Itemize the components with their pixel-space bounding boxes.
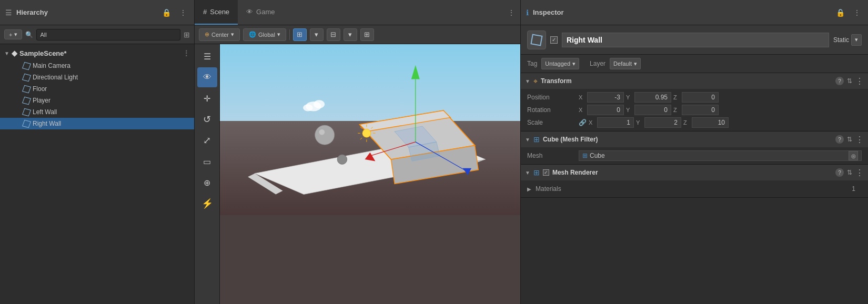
mesh-renderer-help-btn[interactable]: ? (835, 168, 844, 177)
tool-custom[interactable]: ⚡ (197, 194, 217, 214)
tab-scene[interactable]: # Scene (195, 0, 238, 25)
mesh-row: Mesh ⊞ Cube ◎ (521, 149, 868, 162)
mesh-renderer-header[interactable]: ▼ ⊞ ✓ Mesh Renderer ? ⇅ ⋮ (521, 165, 868, 180)
materials-label: Materials (536, 185, 583, 192)
mesh-renderer-adjust-icon: ⇅ (847, 169, 852, 176)
inspector-title: Inspector (533, 8, 830, 16)
gizmo-btn[interactable]: ⊟ (327, 28, 340, 41)
tool-rotate[interactable]: ↺ (197, 109, 217, 129)
scale-y-field[interactable] (644, 117, 681, 128)
search-input[interactable] (36, 29, 180, 40)
hierarchy-title: Hierarchy (16, 8, 156, 16)
mesh-grid-icon: ⊞ (582, 152, 588, 159)
pos-x-field[interactable] (587, 92, 624, 103)
pos-z-field[interactable] (682, 92, 719, 103)
scale-z-field[interactable] (692, 117, 729, 128)
hierarchy-item-floor[interactable]: Floor (0, 83, 194, 95)
rotation-label: Rotation (527, 106, 574, 114)
scene-more-btn[interactable]: ⋮ (508, 8, 520, 17)
rot-x-field[interactable] (587, 105, 624, 115)
cube-icon (22, 85, 31, 93)
grid-arrow-btn[interactable]: ▾ (310, 28, 324, 41)
tab-game[interactable]: 👁 Game (238, 0, 283, 25)
mesh-filter-component: ▼ ⊞ Cube (Mesh Filter) ? ⇅ ⋮ Mesh ⊞ Cube… (521, 131, 868, 165)
svg-point-18 (337, 155, 347, 165)
static-label: Static (833, 36, 849, 44)
inspector-more-btn[interactable]: ⋮ (851, 7, 863, 18)
scene-name: SampleScene* (19, 49, 67, 57)
tab-bar: # Scene 👁 Game (195, 0, 284, 25)
scene-tab-icon: # (203, 8, 207, 16)
mesh-renderer-component: ▼ ⊞ ✓ Mesh Renderer ? ⇅ ⋮ ▶ Materials 1 (521, 165, 868, 198)
mesh-filter-header[interactable]: ▼ ⊞ Cube (Mesh Filter) ? ⇅ ⋮ (521, 131, 868, 147)
center-icon: ⊕ (205, 31, 209, 38)
rot-z-field[interactable] (682, 105, 719, 115)
gizmo-arrow-btn[interactable]: ▾ (344, 28, 357, 41)
position-row: Position X Y Z (521, 91, 868, 104)
mesh-renderer-title: Mesh Renderer (552, 169, 832, 176)
object-enabled-checkbox[interactable]: ✓ (550, 36, 558, 44)
tool-menu[interactable]: ☰ (197, 46, 217, 66)
scene-tools-sidebar: ☰ 👁 ✛ ↺ ⤢ ▭ ⊕ ⚡ (195, 44, 220, 304)
hierarchy-lock-btn[interactable]: 🔒 (160, 7, 173, 18)
mesh-renderer-enabled-checkbox[interactable]: ✓ (543, 169, 549, 176)
mesh-filter-title: Cube (Mesh Filter) (543, 136, 832, 143)
transform-menu-btn[interactable]: ⋮ (855, 76, 864, 86)
global-btn[interactable]: 🌐 Global ▾ (243, 28, 286, 41)
cube-icon (22, 73, 31, 82)
tool-transform[interactable]: ⊕ (197, 173, 217, 192)
transform-expand-arrow: ▼ (525, 78, 530, 84)
tag-dropdown[interactable]: Untagged ▾ (541, 58, 579, 69)
separator (289, 29, 290, 40)
scale-x-field[interactable] (597, 117, 634, 128)
hierarchy-item-directional-light[interactable]: Directional Light (0, 72, 194, 83)
scene-more-btn[interactable]: ⋮ (183, 49, 194, 57)
add-button[interactable]: + ▾ (4, 29, 22, 39)
pos-y-axis: Y (626, 94, 632, 100)
object-name-field[interactable] (562, 33, 829, 47)
mesh-filter-icon: ⊞ (533, 135, 540, 144)
center-btn[interactable]: ⊕ Center ▾ (199, 28, 240, 41)
hierarchy-item-main-camera[interactable]: Main Camera (0, 60, 194, 72)
scale-fields: 🔗 X Y Z (579, 117, 862, 128)
hierarchy-toolbar: + ▾ 🔍 ⊞ (0, 25, 194, 44)
scene-expand-arrow: ▼ (4, 50, 9, 56)
tool-rect[interactable]: ▭ (197, 151, 217, 171)
layer-dropdown[interactable]: Default ▾ (610, 58, 641, 69)
scene-root-item[interactable]: ▼ ◆ SampleScene* ⋮ (0, 46, 194, 60)
hierarchy-more-btn[interactable]: ⋮ (177, 7, 189, 18)
hierarchy-item-right-wall[interactable]: Right Wall (0, 118, 194, 129)
mesh-select-btn[interactable]: ◎ (849, 151, 858, 160)
rot-y-axis: Y (626, 107, 632, 113)
scene-view: ☰ 👁 ✛ ↺ ⤢ ▭ ⊕ ⚡ (195, 44, 520, 304)
transform-help-btn[interactable]: ? (835, 77, 844, 85)
hierarchy-item-player[interactable]: Player (0, 95, 194, 106)
inspector-panel: ℹ Inspector 🔒 ⋮ ✓ Static ▾ Tag Untagged … (521, 0, 868, 304)
search-scope-btn[interactable]: ⊞ (184, 31, 190, 39)
layer-value: Default (613, 60, 632, 67)
transform-header[interactable]: ▼ ⌖ Transform ? ⇅ ⋮ (521, 73, 868, 89)
pos-y-field[interactable] (634, 92, 671, 103)
mesh-filter-help-btn[interactable]: ? (835, 135, 844, 144)
tool-move[interactable]: ✛ (197, 88, 217, 108)
render-mode-btn[interactable]: ⊞ (360, 28, 374, 41)
static-dropdown[interactable]: ▾ (851, 34, 862, 46)
scale-link-icon: 🔗 (579, 119, 587, 126)
inspector-lock-btn[interactable]: 🔒 (834, 7, 847, 18)
mesh-filter-menu-btn[interactable]: ⋮ (855, 135, 864, 145)
transform-body: Position X Y Z Rotation X Y Z (521, 89, 868, 131)
rot-z-axis: Z (673, 107, 680, 113)
layer-arrow: ▾ (634, 60, 637, 67)
materials-row: ▶ Materials 1 (521, 183, 868, 195)
global-icon: 🌐 (249, 31, 256, 38)
transform-icon: ⌖ (533, 77, 538, 86)
hierarchy-item-left-wall[interactable]: Left Wall (0, 106, 194, 118)
global-arrow: ▾ (277, 31, 280, 38)
grid-toggle-btn[interactable]: ⊞ (293, 28, 307, 41)
tool-scale[interactable]: ⤢ (197, 130, 217, 150)
tool-view[interactable]: 👁 (197, 67, 217, 87)
rot-y-field[interactable] (634, 105, 671, 115)
search-icon: 🔍 (25, 31, 33, 38)
mesh-renderer-menu-btn[interactable]: ⋮ (855, 168, 864, 178)
scene-toolbar: ⊕ Center ▾ 🌐 Global ▾ ⊞ ▾ ⊟ ▾ ⊞ (195, 25, 520, 44)
